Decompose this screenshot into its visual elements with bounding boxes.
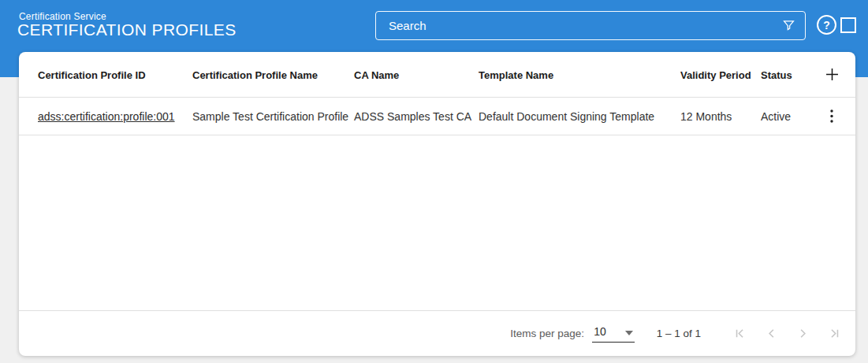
help-button[interactable]: ? [817, 15, 836, 35]
page-title: CERTIFICATION PROFILES [17, 20, 237, 39]
caret-down-icon [625, 331, 633, 335]
items-per-page-select[interactable]: 10 [592, 325, 635, 343]
first-page-button[interactable] [729, 324, 750, 344]
paginator: Items per page: 10 1 – 1 of 1 [19, 310, 855, 356]
search-input[interactable] [376, 12, 772, 39]
template-name-cell: Default Document Signing Template [479, 110, 654, 123]
add-profile-button[interactable] [820, 63, 844, 87]
profiles-card: Certification Profile ID Certification P… [19, 52, 855, 356]
validity-period-cell: 12 Months [680, 110, 732, 123]
previous-page-icon [764, 326, 779, 341]
items-per-page-value: 10 [594, 325, 606, 338]
last-page-icon [827, 326, 842, 341]
column-header-profile-name: Certification Profile Name [192, 69, 318, 80]
column-header-profile-id: Certification Profile ID [38, 69, 146, 80]
add-icon [824, 66, 840, 83]
column-header-ca-name: CA Name [354, 69, 399, 80]
search-box [375, 11, 806, 40]
table-row: adss:certification:profile:001 Sample Te… [19, 98, 855, 135]
column-header-status: Status [761, 69, 792, 80]
previous-page-button[interactable] [761, 324, 781, 344]
filter-button[interactable] [772, 12, 805, 39]
next-page-button[interactable] [792, 324, 813, 344]
kebab-menu-icon [830, 109, 833, 123]
row-actions-button[interactable] [820, 105, 844, 128]
items-per-page-label: Items per page: [510, 328, 584, 339]
first-page-icon [732, 326, 747, 341]
next-page-icon [795, 326, 810, 341]
table-header-row: Certification Profile ID Certification P… [19, 52, 855, 98]
status-cell: Active [761, 110, 791, 123]
profile-name-cell: Sample Test Certification Profile [192, 110, 348, 123]
last-page-button[interactable] [824, 324, 844, 344]
page-range-label: 1 – 1 of 1 [657, 328, 701, 339]
ca-name-cell: ADSS Samples Test CA [354, 110, 471, 123]
filter-icon [781, 18, 796, 33]
column-header-template-name: Template Name [479, 69, 553, 80]
column-header-validity-period: Validity Period [680, 69, 751, 80]
profile-id-link[interactable]: adss:certification:profile:001 [38, 110, 175, 123]
window-button[interactable] [840, 17, 856, 33]
help-icon: ? [823, 19, 830, 31]
